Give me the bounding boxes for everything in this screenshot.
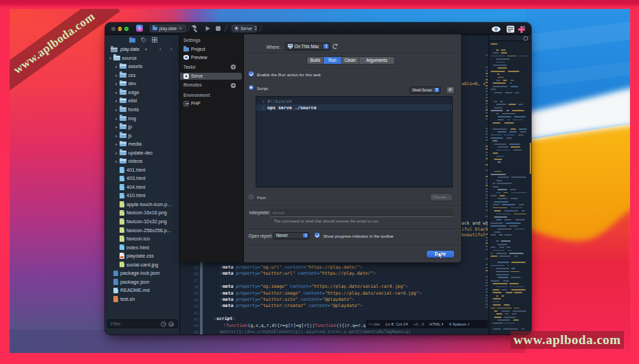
choose-button[interactable]: Choose...	[430, 194, 452, 201]
wrap-indicator	[485, 97, 488, 98]
minimap-line	[497, 67, 507, 69]
minimap-line	[518, 135, 524, 136]
minimap-line	[497, 262, 509, 263]
tree-item-package-lock.json[interactable]: package-lock.json	[109, 269, 160, 278]
tree-item-apple-touch-icon.p...[interactable]: apple-touch-icon.p...	[115, 200, 171, 209]
tab-status-icon[interactable]	[179, 27, 182, 30]
traffic-minimize-button[interactable]	[118, 27, 122, 31]
tree-item-favicon-32x32.png[interactable]: favicon-32x32.png	[115, 217, 167, 226]
where-dropdown[interactable]: On This Mac	[285, 43, 330, 50]
script-editor[interactable]: 1 #!/bin/sh 2 npx serve ./source	[256, 96, 453, 187]
tree-item-assets[interactable]: ▸assets	[115, 62, 142, 71]
tree-item-jp[interactable]: ▸jp	[115, 122, 132, 131]
files-tab-icon[interactable]	[129, 37, 135, 43]
tree-item-favicon-16x16.png[interactable]: favicon-16x16.png	[115, 209, 167, 218]
preview-eye-icon[interactable]	[491, 25, 501, 33]
shebang-button[interactable]: #!	[447, 87, 454, 93]
status-indent[interactable]: 4 Spaces	[449, 322, 466, 326]
tree-item-social-card.jpg[interactable]: social-card.jpg	[115, 260, 158, 269]
extensions-tab-icon[interactable]	[152, 37, 157, 43]
minimap-line	[496, 192, 502, 194]
minimap-line	[493, 292, 502, 293]
minimap-line	[496, 268, 509, 269]
divider	[244, 245, 461, 246]
progress-checkbox[interactable]	[315, 233, 320, 238]
tree-item-videos[interactable]: ▸videos	[115, 157, 142, 166]
script-radio[interactable]	[249, 85, 254, 90]
tab-arguments[interactable]: Arguments	[359, 57, 394, 64]
settings-item-project[interactable]: Project	[180, 45, 244, 53]
nav-back-icon[interactable]: ‹	[159, 47, 161, 52]
tree-item-403.html[interactable]: 403.html	[115, 174, 146, 183]
minimap-line	[502, 310, 510, 312]
tree-item-img[interactable]: ▸img	[115, 114, 136, 123]
tree-item-README.md[interactable]: README.md	[109, 286, 150, 295]
settings-item-php[interactable]: PHP	[180, 100, 244, 108]
add-remote-button[interactable]	[231, 83, 236, 88]
filter-input[interactable]: Filter	[107, 319, 178, 328]
tree-item-fonts[interactable]: ▸fonts	[115, 105, 139, 114]
code-line: !function(g,s,q,r,d){r=g[r]=g[r]||functi…	[223, 323, 385, 328]
project-row[interactable]: play.date ▾ ‹ ›	[105, 45, 179, 54]
minimap-line	[503, 80, 507, 81]
tree-item-404.html[interactable]: 404.html	[115, 183, 146, 192]
enable-checkbox[interactable]	[249, 71, 254, 76]
tab-clean[interactable]: Clean	[341, 57, 359, 64]
tab-playdate[interactable]: play.date	[150, 25, 186, 32]
tree-item-test.sh[interactable]: test.sh	[109, 295, 135, 304]
tree-item-401.html[interactable]: 401.html	[115, 166, 146, 174]
minimap-line	[493, 328, 502, 330]
tags-tab-icon[interactable]	[141, 37, 146, 43]
status-language[interactable]: HTML	[429, 322, 440, 326]
tree-item-package.json[interactable]: package.json	[109, 277, 149, 286]
serve-task-button[interactable]: Serve	[232, 25, 257, 32]
nav-forward-icon[interactable]: ›	[170, 47, 172, 52]
settings-item-serve[interactable]: Serve	[180, 73, 242, 80]
refresh-icon[interactable]	[332, 43, 338, 49]
interpreter-input[interactable]: /bin/sh	[271, 209, 453, 217]
wrap-indicator	[485, 176, 488, 177]
wrap-indicator	[485, 88, 488, 89]
traffic-close-button[interactable]	[111, 27, 115, 31]
right-pane-header-icon[interactable]	[524, 36, 528, 41]
build-hammer-icon[interactable]	[190, 25, 199, 33]
tree-item-index.html[interactable]: index.html	[115, 243, 149, 252]
tab-build[interactable]: Build	[307, 57, 324, 64]
minimap-line	[511, 80, 514, 81]
tree-item-410.html[interactable]: 410.html	[115, 192, 146, 201]
minimap-line	[511, 268, 515, 269]
minimap-line	[493, 122, 500, 124]
right-editor-pane[interactable]	[489, 35, 531, 334]
traffic-zoom-button[interactable]	[124, 27, 128, 31]
script-type-dropdown[interactable]: Shell Script	[410, 87, 440, 93]
panel-toggle-icon[interactable]	[506, 25, 515, 33]
tree-item-favicon-256x256.p...[interactable]: favicon-256x256.p...	[115, 226, 171, 235]
tree-item-js[interactable]: ▸js	[115, 131, 132, 140]
add-task-button[interactable]	[231, 65, 236, 69]
status-position[interactable]: Ln 8, Col 24	[385, 322, 407, 326]
tree-item-edge[interactable]: ▸edge	[115, 88, 139, 97]
minimap-line	[511, 207, 523, 209]
settings-item-preview[interactable]: Preview	[180, 53, 244, 61]
tree-item-media[interactable]: ▸media	[115, 139, 142, 148]
tab-run[interactable]: Run	[324, 57, 341, 64]
path-radio[interactable]	[249, 194, 254, 199]
tree-item-playdate.css[interactable]: playdate.css	[115, 251, 154, 260]
tree-item-elist[interactable]: ▸elist	[115, 97, 137, 106]
line-number: 43	[181, 317, 199, 321]
tree-item-update-dec[interactable]: ▸update-dec	[115, 148, 153, 157]
open-report-dropdown[interactable]: Never	[273, 232, 309, 240]
run-play-icon[interactable]	[205, 25, 211, 32]
stop-icon[interactable]	[215, 25, 221, 32]
tree-item-source[interactable]: ▾source	[109, 54, 137, 62]
new-tab-plus-icon[interactable]	[517, 25, 526, 34]
stepper-icon	[434, 88, 439, 92]
status-symbol[interactable]: title	[374, 322, 380, 326]
minimap-line	[508, 250, 512, 251]
tree-item-css[interactable]: ▸css	[115, 71, 135, 80]
tree-item-favicon.ico[interactable]: favicon.ico	[115, 234, 150, 243]
recent-filter-icon[interactable]	[161, 321, 166, 327]
tree-item-dev[interactable]: ▸dev	[115, 80, 136, 89]
hidden-files-icon[interactable]	[168, 321, 174, 327]
status-diff[interactable]: +0, -0	[414, 322, 425, 326]
